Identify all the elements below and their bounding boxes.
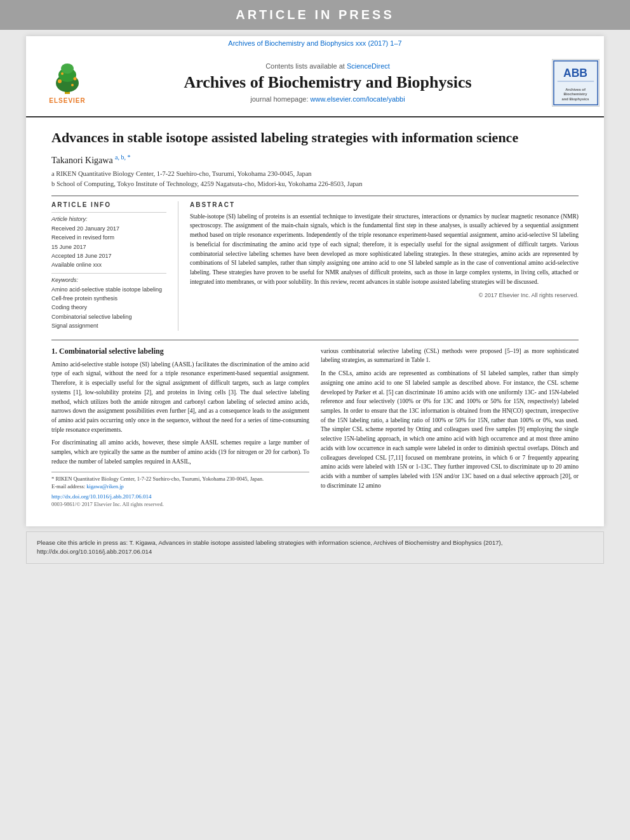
- author-superscript: a, b, *: [115, 154, 130, 161]
- date-received-revised-date: 15 June 2017: [51, 243, 166, 251]
- article-history-block: Article history: Received 20 January 201…: [51, 212, 166, 270]
- svg-point-4: [58, 79, 62, 83]
- svg-text:Archives of: Archives of: [565, 87, 586, 91]
- section1-para1: Amino acid-selective stable isotope (SI)…: [51, 360, 309, 435]
- journal-header: ELSEVIER Contents lists available at Sci…: [26, 49, 604, 117]
- keyword-3: Coding theory: [51, 303, 166, 312]
- abstract-text: Stable-isotope (SI) labeling of proteins…: [190, 212, 579, 287]
- footnote-email: E-mail address: kigawa@riken.jp: [51, 483, 309, 491]
- section1-para2: For discriminating all amino acids, howe…: [51, 438, 309, 466]
- section-divider: [51, 340, 579, 340]
- sciencedirect-link[interactable]: ScienceDirect: [347, 62, 390, 70]
- paper-body: Advances in stable isotope assisted labe…: [26, 117, 604, 514]
- svg-text:Biochemistry: Biochemistry: [563, 92, 587, 96]
- journal-homepage: journal homepage: www.elsevier.com/locat…: [250, 95, 405, 103]
- keyword-2: Cell-free protein synthesis: [51, 294, 166, 303]
- footnote-affiliation: * RIKEN Quantitative Biology Center, 1-7…: [51, 475, 309, 483]
- abstract-copyright: © 2017 Elsevier Inc. All rights reserved…: [190, 292, 579, 298]
- elsevier-logo-area: ELSEVIER: [26, 54, 109, 111]
- date-accepted: Accepted 18 June 2017: [51, 251, 166, 260]
- bottom-citation-text: Please cite this article in press as: T.…: [37, 539, 502, 555]
- journal-homepage-link[interactable]: www.elsevier.com/locate/yabbi: [311, 95, 405, 103]
- email-link[interactable]: kigawa@riken.jp: [86, 483, 124, 490]
- abstract-col: ABSTRACT Stable-isotope (SI) labeling of…: [178, 201, 579, 331]
- keywords-block: Keywords: Amino acid-selective stable is…: [51, 273, 166, 331]
- history-label: Article history:: [51, 216, 166, 222]
- article-in-press-banner: ARTICLE IN PRESS: [0, 0, 630, 30]
- contents-line: Contents lists available at ScienceDirec…: [265, 62, 390, 70]
- date-received-revised: Received in revised form: [51, 233, 166, 242]
- bottom-citation-bar: Please cite this article in press as: T.…: [26, 531, 604, 564]
- issn-copyright: 0003-9861/© 2017 Elsevier Inc. All right…: [51, 501, 309, 507]
- elsevier-tree-icon: [42, 61, 93, 96]
- article-title: Advances in stable isotope assisted labe…: [51, 129, 579, 147]
- svg-text:and Biophysics: and Biophysics: [561, 97, 589, 101]
- svg-point-7: [71, 84, 74, 86]
- date-received: Received 20 January 2017: [51, 224, 166, 233]
- keyword-4: Combinatorial selective labeling: [51, 312, 166, 321]
- keyword-1: Amino acid-selective stable isotope labe…: [51, 285, 166, 294]
- affiliations: a RIKEN Quantitative Biology Center, 1-7…: [51, 169, 579, 189]
- svg-text:ABB: ABB: [563, 67, 587, 79]
- article-info-header: ARTICLE INFO: [51, 201, 166, 208]
- date-available: Available online xxx: [51, 260, 166, 269]
- article-info-col: ARTICLE INFO Article history: Received 2…: [51, 201, 178, 331]
- journal-logo-right: ABB Archives of Biochemistry and Biophys…: [547, 54, 604, 111]
- main-content-cols: 1. Combinatorial selective labeling Amin…: [51, 347, 579, 507]
- main-col-right: various combinatorial selective labeling…: [321, 347, 579, 507]
- doi-line: http://dx.doi.org/10.1016/j.abb.2017.06.…: [51, 493, 309, 500]
- citation-line: Archives of Biochemistry and Biophysics …: [26, 36, 604, 49]
- keyword-5: Signal assignment: [51, 321, 166, 330]
- abstract-header: ABSTRACT: [190, 201, 579, 208]
- svg-point-5: [74, 77, 77, 81]
- authors-line: Takanori Kigawa a, b, *: [51, 154, 579, 166]
- main-col-left: 1. Combinatorial selective labeling Amin…: [51, 347, 309, 507]
- affiliation-a: a RIKEN Quantitative Biology Center, 1-7…: [51, 169, 579, 179]
- abb-logo: ABB Archives of Biochemistry and Biophys…: [552, 59, 600, 107]
- keywords-label: Keywords:: [51, 277, 166, 283]
- footnote-affiliation-text: * RIKEN Quantitative Biology Center, 1-7…: [51, 476, 264, 482]
- paper-container: Archives of Biochemistry and Biophysics …: [26, 36, 604, 526]
- banner-text: ARTICLE IN PRESS: [236, 8, 394, 22]
- section1-para3: various combinatorial selective labeling…: [321, 347, 579, 365]
- journal-title: Archives of Biochemistry and Biophysics: [184, 72, 471, 92]
- section1-title: 1. Combinatorial selective labeling: [51, 347, 309, 356]
- footnote-divider: [51, 472, 309, 472]
- doi-link[interactable]: http://dx.doi.org/10.1016/j.abb.2017.06.…: [51, 493, 152, 500]
- svg-point-3: [61, 63, 74, 74]
- article-dates: Received 20 January 2017 Received in rev…: [51, 224, 166, 270]
- svg-point-6: [61, 72, 64, 75]
- email-label: E-mail address:: [51, 483, 85, 490]
- article-info-abstract-cols: ARTICLE INFO Article history: Received 2…: [51, 196, 579, 331]
- journal-center: Contents lists available at ScienceDirec…: [109, 54, 547, 111]
- elsevier-label: ELSEVIER: [49, 97, 85, 104]
- affiliation-b: b School of Computing, Tokyo Institute o…: [51, 179, 579, 189]
- author-name: Takanori Kigawa: [51, 155, 113, 164]
- section1-para4: In the CSLs, amino acids are represented…: [321, 369, 579, 490]
